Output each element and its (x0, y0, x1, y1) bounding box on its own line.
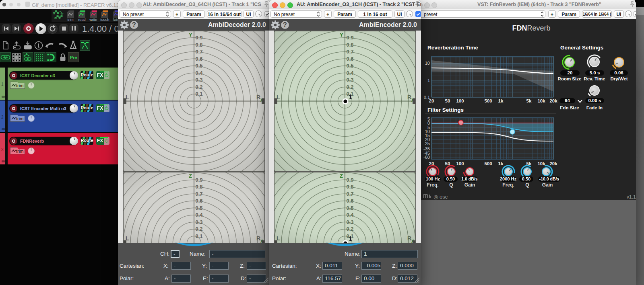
svg-text:20k: 20k (549, 98, 557, 103)
svg-text:1: 1 (349, 94, 352, 100)
svg-text:10k: 10k (537, 98, 545, 103)
svg-text:1: 1 (349, 236, 352, 242)
svg-text:500: 500 (484, 98, 492, 103)
svg-text:500: 500 (484, 161, 492, 166)
svg-text:1k: 1k (498, 98, 504, 103)
svg-text:5k: 5k (526, 98, 532, 103)
svg-text:50: 50 (445, 98, 450, 103)
svg-text:100: 100 (456, 98, 464, 103)
